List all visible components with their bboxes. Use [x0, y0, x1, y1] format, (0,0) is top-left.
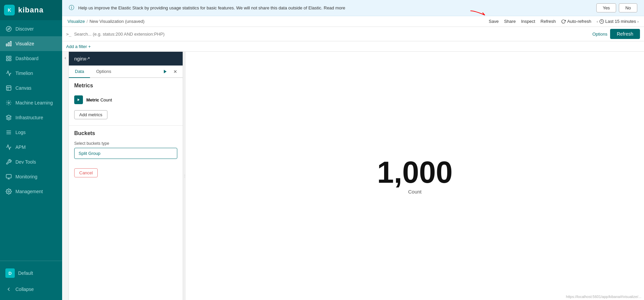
compass-icon [5, 26, 12, 32]
close-panel-button[interactable] [171, 67, 180, 76]
svg-rect-9 [6, 86, 11, 90]
sidebar-item-infrastructure[interactable]: Infrastructure [0, 110, 62, 125]
collapse-arrow-icon: ‹ [64, 55, 66, 60]
metric-label-bold: Metric [86, 97, 99, 102]
svg-marker-1 [8, 28, 10, 30]
svg-marker-11 [6, 115, 11, 118]
cancel-button[interactable]: Cancel [74, 168, 98, 177]
panel-tabs: Data Options [69, 66, 183, 78]
svg-marker-23 [78, 98, 80, 101]
search-input[interactable] [74, 32, 590, 37]
metric-expand-button[interactable] [74, 95, 83, 104]
sidebar-item-discover-label: Discover [15, 26, 34, 32]
buckets-section: Buckets Select buckets type Split Group … [69, 130, 183, 182]
tab-options[interactable]: Options [90, 66, 117, 78]
sidebar-item-management[interactable]: Management [0, 184, 62, 199]
metric-label: Metric Count [86, 97, 112, 102]
bar-chart-icon [5, 40, 12, 47]
sidebar-item-canvas-label: Canvas [15, 85, 31, 91]
save-button[interactable]: Save [489, 19, 499, 24]
share-button[interactable]: Share [504, 19, 516, 24]
select-buckets-label: Select buckets type [74, 141, 177, 146]
svg-rect-2 [10, 41, 11, 46]
sidebar-item-canvas[interactable]: Canvas [0, 81, 62, 95]
visualization-value: 1,000 [377, 157, 453, 187]
main-content: ⓘ Help us improve the Elastic Stack by p… [62, 0, 644, 300]
run-button[interactable] [160, 67, 170, 76]
sidebar-logo: K kibana [0, 0, 62, 20]
filter-bar: Add a filter + [62, 41, 644, 52]
add-filter-button[interactable]: Add a filter + [66, 44, 91, 49]
breadcrumb-current-page: New Visualization (unsaved) [89, 19, 144, 24]
auto-refresh-button[interactable]: Auto-refresh [561, 19, 591, 24]
breadcrumb-visualize-link[interactable]: Visualize [67, 19, 85, 24]
save-button-container: Save [489, 19, 499, 24]
split-group-button[interactable]: Split Group [74, 148, 177, 159]
options-link[interactable]: Options [592, 32, 607, 37]
sidebar-collapse-label: Collapse [15, 287, 34, 292]
svg-rect-4 [6, 44, 7, 46]
time-range-label: Last 15 minutes [605, 19, 636, 24]
apm-icon [5, 144, 12, 151]
clock-icon [599, 19, 604, 24]
sidebar-item-infrastructure-label: Infrastructure [15, 115, 43, 120]
settings-icon [5, 188, 12, 195]
visualization-label: Count [408, 189, 421, 195]
add-metrics-button[interactable]: Add metrics [74, 110, 107, 119]
svg-point-0 [6, 27, 11, 32]
sidebar-item-dev-tools-label: Dev Tools [15, 159, 36, 165]
sidebar-item-logs-label: Logs [15, 130, 26, 135]
refresh-link[interactable]: Refresh [541, 19, 556, 24]
auto-refresh-label: Auto-refresh [567, 19, 591, 24]
refresh-button[interactable]: Refresh [610, 29, 640, 39]
default-space-label: Default [18, 270, 33, 276]
breadcrumb-separator: / [87, 19, 88, 24]
sidebar-item-dashboard[interactable]: Dashboard [0, 51, 62, 66]
play-icon [163, 69, 168, 74]
auto-refresh-icon [561, 19, 566, 24]
sidebar-item-dev-tools[interactable]: Dev Tools [0, 155, 62, 169]
sidebar-item-logs[interactable]: Logs [0, 125, 62, 140]
left-panel: nginx-* Data Options Metrics [69, 52, 183, 300]
sidebar-item-apm-label: APM [15, 144, 26, 150]
search-bar: >_ Options Refresh [62, 27, 644, 41]
banner-no-button[interactable]: No [619, 3, 637, 12]
panel-index-title: nginx-* [74, 56, 90, 61]
inspect-button[interactable]: Inspect [521, 19, 535, 24]
topbar: Visualize / New Visualization (unsaved) … [62, 16, 644, 27]
sidebar-item-monitoring-label: Monitoring [15, 174, 37, 179]
ml-icon [5, 99, 12, 106]
time-range-selector[interactable]: ‹ Last 15 minutes › [597, 19, 639, 24]
panel-collapse-toggle[interactable]: ‹ [62, 52, 69, 300]
visualization-area: 1,000 Count https://localhost:5601/app/k… [186, 52, 644, 300]
panel-drag-handle[interactable]: ⋮ [183, 52, 186, 300]
grid-icon [5, 55, 12, 62]
metric-item: Metric Count [74, 93, 177, 106]
banner-yes-button[interactable]: Yes [596, 3, 616, 12]
metric-label-rest: Count [99, 97, 112, 102]
sidebar-item-apm[interactable]: APM [0, 140, 62, 155]
banner-buttons: Yes No [596, 3, 637, 12]
sidebar-default-space[interactable]: D Default [0, 264, 62, 282]
kibana-logo-icon: K [4, 5, 15, 15]
sidebar-collapse[interactable]: Collapse [0, 282, 62, 297]
sidebar-item-visualize[interactable]: Visualize [0, 36, 62, 51]
svg-marker-20 [164, 70, 167, 73]
sidebar-nav: Discover Visualize Dashboard Timelion Ca [0, 20, 62, 261]
svg-point-10 [8, 102, 10, 104]
topbar-actions: Save Share Inspect Refresh Auto-refresh … [489, 19, 639, 24]
svg-rect-15 [6, 174, 11, 178]
sidebar-item-discover[interactable]: Discover [0, 22, 62, 36]
svg-rect-6 [9, 56, 11, 58]
sidebar-item-monitoring[interactable]: Monitoring [0, 169, 62, 184]
section-divider [69, 125, 183, 126]
sidebar-item-machine-learning[interactable]: Machine Learning [0, 95, 62, 110]
sidebar-item-timelion[interactable]: Timelion [0, 66, 62, 81]
metrics-section: Metrics Metric Count Add metrics [69, 78, 183, 124]
tab-data[interactable]: Data [69, 66, 90, 78]
wrench-icon [5, 159, 12, 165]
content-area: ‹ nginx-* Data Options Metri [62, 52, 644, 300]
wave-icon [5, 70, 12, 77]
metrics-section-title: Metrics [74, 83, 177, 89]
chevron-right-icon: › [637, 19, 639, 24]
